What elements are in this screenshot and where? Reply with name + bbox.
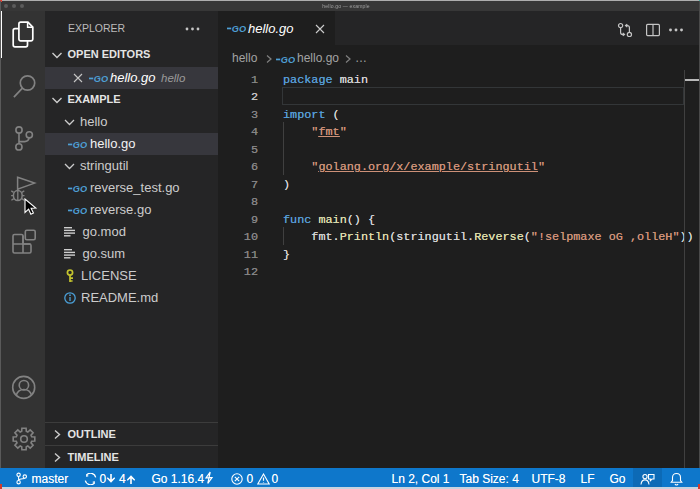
svg-text:GO: GO — [281, 55, 295, 64]
svg-text:GO: GO — [94, 74, 108, 83]
svg-text:GO: GO — [73, 140, 87, 149]
svg-text:GO: GO — [73, 206, 87, 215]
svg-text:GO: GO — [232, 24, 246, 33]
svg-text:GO: GO — [73, 184, 87, 193]
